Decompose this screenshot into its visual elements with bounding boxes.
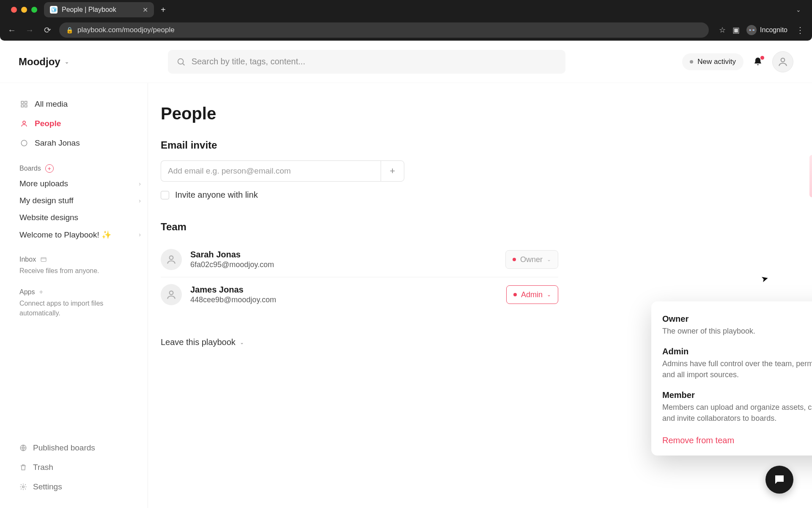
- sidebar-item-label: Sarah Jonas: [35, 138, 80, 148]
- sidebar-item-all-media[interactable]: All media: [16, 96, 144, 113]
- incognito-badge[interactable]: 👓 Incognito: [746, 25, 787, 35]
- board-item[interactable]: Website designs: [16, 209, 144, 226]
- board-item[interactable]: My design stuff ›: [16, 192, 144, 209]
- grid-icon: [19, 99, 29, 109]
- team-member-row: Sarah Jonas 6fa02c95@moodjoy.com Owner ⌄: [161, 242, 558, 277]
- svg-point-2: [781, 58, 785, 62]
- browser-chrome: 🧊 People | Playbook ✕ + ⌄ ← → ⟳ 🔒 playbo…: [0, 0, 812, 41]
- lock-icon: 🔒: [66, 27, 73, 33]
- sidebar-item-settings[interactable]: Settings: [16, 478, 144, 495]
- tab-close-icon[interactable]: ✕: [143, 6, 148, 14]
- tab-title: People | Playbook: [62, 6, 116, 14]
- nav-reload-button[interactable]: ⟳: [41, 24, 53, 36]
- email-invite-input[interactable]: [161, 160, 381, 182]
- trash-icon: [19, 464, 27, 471]
- sidebar-item-label: Settings: [33, 482, 62, 491]
- sidebar-item-published-boards[interactable]: Published boards: [16, 439, 144, 456]
- new-tab-button[interactable]: +: [157, 5, 169, 15]
- role-option-member[interactable]: Member Members can upload and organize a…: [651, 385, 812, 429]
- invite-link-toggle[interactable]: Invite anyone with link: [161, 190, 812, 200]
- search-placeholder: Search by title, tags, content...: [192, 57, 305, 66]
- search-input[interactable]: Search by title, tags, content...: [168, 50, 565, 74]
- team-member-row: James Jonas 448cee9b@moodjoy.com Admin ⌄: [161, 277, 558, 312]
- person-icon: [166, 289, 177, 300]
- new-activity-chip[interactable]: New activity: [682, 53, 743, 70]
- leave-label: Leave this playbook: [161, 337, 236, 347]
- user-avatar[interactable]: [772, 51, 793, 72]
- notification-badge-icon: [760, 56, 764, 60]
- team-heading: Team: [161, 221, 812, 233]
- role-label: Admin: [521, 290, 543, 299]
- remove-from-team-button[interactable]: Remove from team: [651, 429, 812, 448]
- sidebar-item-label: Trash: [33, 463, 53, 472]
- role-option-owner[interactable]: Owner The owner of this playbook.: [651, 309, 812, 342]
- chevron-down-icon: ⌄: [547, 292, 551, 298]
- add-app-button[interactable]: +: [39, 288, 43, 296]
- role-option-admin[interactable]: Admin Admins have full control over the …: [651, 342, 812, 385]
- member-email: 6fa02c95@moodjoy.com: [190, 260, 274, 269]
- add-email-button[interactable]: +: [381, 160, 404, 182]
- main-content: People Email invite + Invite anyone with…: [148, 83, 812, 508]
- mouse-cursor-icon: ➤: [760, 273, 770, 284]
- chat-icon: [773, 473, 786, 486]
- sidebar-item-people[interactable]: People: [16, 115, 144, 132]
- window-minimize-icon[interactable]: [21, 7, 27, 13]
- role-option-desc: The owner of this playbook.: [662, 326, 812, 337]
- gear-icon: [19, 483, 27, 491]
- search-icon: [176, 57, 186, 66]
- browser-menu-button[interactable]: ⋮: [794, 25, 806, 35]
- role-selector-admin[interactable]: Admin ⌄: [506, 285, 558, 304]
- sidebar-item-user[interactable]: Sarah Jonas: [16, 135, 144, 152]
- board-item[interactable]: Welcome to Playbook! ✨ ›: [16, 226, 144, 243]
- chevron-right-icon: ›: [139, 231, 141, 238]
- chevron-right-icon: ›: [139, 197, 141, 204]
- role-option-desc: Members can upload and organize assets, …: [662, 402, 812, 424]
- browser-toolbar: ← → ⟳ 🔒 playbook.com/moodjoy/people ☆ ▣ …: [0, 19, 812, 41]
- notification-bell-button[interactable]: [753, 57, 763, 67]
- role-dropdown-menu: Owner The owner of this playbook. Admin …: [651, 301, 812, 456]
- chevron-right-icon: ›: [139, 180, 141, 187]
- tab-favicon-icon: 🧊: [50, 6, 58, 14]
- boards-header-label: Boards: [19, 165, 41, 172]
- board-label: Welcome to Playbook! ✨: [19, 230, 112, 240]
- person-icon: [166, 254, 177, 265]
- window-controls: [5, 7, 41, 13]
- apps-header-label: Apps: [19, 288, 35, 296]
- activity-dot-icon: [690, 60, 693, 64]
- invite-link-label: Invite anyone with link: [175, 190, 258, 200]
- svg-point-0: [178, 58, 183, 64]
- nav-forward-button[interactable]: →: [24, 24, 36, 36]
- inbox-section-header[interactable]: Inbox: [16, 256, 144, 266]
- bookmark-star-icon[interactable]: ☆: [719, 25, 726, 35]
- board-item[interactable]: More uploads ›: [16, 175, 144, 192]
- sidebar-item-label: Published boards: [33, 443, 95, 453]
- remove-label: Remove from team: [662, 436, 734, 445]
- side-panel-icon[interactable]: ▣: [732, 25, 740, 35]
- right-edge-widget[interactable]: [809, 155, 812, 197]
- email-invite-heading: Email invite: [161, 139, 812, 151]
- apps-subtext: Connect apps to import files automatical…: [16, 298, 144, 318]
- apps-section-header[interactable]: Apps +: [16, 288, 144, 298]
- chat-fab-button[interactable]: [765, 466, 793, 494]
- checkbox-icon[interactable]: [161, 191, 169, 199]
- role-dot-icon: [513, 258, 516, 261]
- svg-point-7: [23, 121, 25, 124]
- tabstrip-caret-icon[interactable]: ⌄: [796, 6, 807, 13]
- nav-back-button[interactable]: ←: [6, 24, 18, 36]
- member-name: Sarah Jonas: [190, 250, 274, 260]
- window-close-icon[interactable]: [11, 7, 17, 13]
- email-invite-row: +: [161, 160, 812, 182]
- incognito-icon: 👓: [746, 25, 757, 35]
- app: Moodjoy ⌄ Search by title, tags, content…: [0, 41, 812, 508]
- window-maximize-icon[interactable]: [31, 7, 37, 13]
- svg-rect-6: [25, 105, 27, 107]
- add-board-button[interactable]: +: [45, 164, 54, 173]
- browser-tab[interactable]: 🧊 People | Playbook ✕: [44, 2, 154, 17]
- role-selector-owner[interactable]: Owner ⌄: [505, 250, 558, 269]
- workspace-switcher[interactable]: Moodjoy ⌄: [19, 56, 69, 68]
- svg-point-11: [22, 486, 25, 488]
- address-bar[interactable]: 🔒 playbook.com/moodjoy/people: [59, 22, 709, 38]
- svg-rect-5: [21, 105, 23, 107]
- role-label: Owner: [520, 255, 543, 264]
- sidebar-item-trash[interactable]: Trash: [16, 459, 144, 476]
